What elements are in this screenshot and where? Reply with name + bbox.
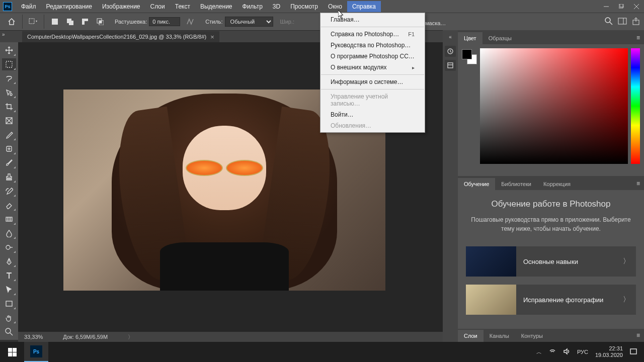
menu-3d[interactable]: 3D [268, 1, 285, 12]
tool-lasso[interactable] [2, 72, 16, 84]
tab-channels[interactable]: Каналы [484, 330, 515, 342]
doc-size-readout[interactable]: Док: 6,59M/6,59M [63, 334, 108, 340]
minimize-button[interactable] [599, 0, 614, 13]
tool-path-select[interactable] [2, 284, 16, 296]
tool-crop[interactable] [2, 101, 16, 113]
close-tab-icon[interactable]: × [210, 33, 214, 41]
subtract-selection-icon[interactable] [79, 16, 91, 27]
start-button[interactable] [0, 342, 24, 362]
dd-signin[interactable]: Войти… [320, 109, 425, 120]
dd-sysinfo[interactable]: Информация о системе… [320, 76, 425, 87]
menu-window[interactable]: Окно [323, 1, 347, 12]
card-thumb [466, 246, 516, 277]
tool-move[interactable] [2, 44, 16, 56]
menu-filter[interactable]: Фильтр [237, 1, 268, 12]
document-tab-title: ComputerDesktopWallpapersCollection2166_… [27, 34, 206, 40]
tool-shape[interactable] [2, 298, 16, 310]
tool-pen[interactable] [2, 255, 16, 267]
svg-rect-19 [6, 61, 12, 67]
tool-gradient[interactable] [2, 213, 16, 225]
tab-libraries[interactable]: Библиотеки [495, 178, 537, 190]
share-icon[interactable] [632, 17, 640, 27]
antialias-icon[interactable] [185, 16, 196, 27]
menu-select[interactable]: Выделение [195, 1, 237, 12]
dd-ps-help[interactable]: Справка по Photoshop…F1 [320, 29, 425, 40]
panel-menu-icon[interactable]: ≡ [632, 177, 644, 190]
feather-input[interactable] [149, 17, 180, 26]
menu-file[interactable]: Файл [16, 1, 41, 12]
expand-tabs-icon[interactable]: » [2, 32, 5, 37]
help-dropdown: Главная… Справка по Photoshop…F1 Руковод… [320, 13, 425, 133]
add-selection-icon[interactable] [64, 16, 75, 27]
svg-rect-6 [52, 19, 58, 25]
style-select[interactable]: Обычный [225, 17, 273, 27]
status-chevron-icon[interactable]: 〉 [128, 333, 133, 341]
tool-history-brush[interactable] [2, 185, 16, 197]
mask-label-peek: маска… [425, 20, 446, 26]
tool-hand[interactable] [2, 312, 16, 324]
properties-panel-icon[interactable] [445, 60, 456, 71]
svg-rect-8 [69, 21, 73, 25]
home-icon[interactable] [6, 16, 17, 27]
tool-eraser[interactable] [2, 199, 16, 211]
tool-marquee[interactable] [2, 58, 16, 70]
menu-layers[interactable]: Слои [145, 1, 170, 12]
expand-panels-icon[interactable]: « [449, 34, 452, 40]
notifications-icon[interactable] [630, 348, 637, 356]
panel-menu-icon[interactable]: ≡ [632, 329, 644, 342]
language-indicator[interactable]: РУС [577, 349, 588, 355]
tool-quick-select[interactable] [2, 86, 16, 99]
card-label: Исправление фотографии [523, 296, 616, 304]
color-spectrum[interactable] [480, 48, 628, 164]
intersect-selection-icon[interactable] [95, 16, 106, 27]
tool-eyedropper[interactable] [2, 129, 16, 141]
new-selection-icon[interactable] [49, 16, 60, 27]
menu-help[interactable]: Справка [347, 1, 381, 12]
tab-layers[interactable]: Слои [458, 330, 484, 342]
tool-stamp[interactable] [2, 171, 16, 183]
tab-adjustments[interactable]: Коррекция [537, 178, 577, 190]
tool-zoom[interactable] [2, 326, 16, 338]
style-label: Стиль: [205, 19, 222, 25]
tool-type[interactable] [2, 269, 16, 282]
tool-dodge[interactable] [2, 241, 16, 253]
document-tab[interactable]: ComputerDesktopWallpapersCollection2166_… [22, 31, 219, 42]
taskbar-photoshop[interactable]: Ps [24, 342, 48, 362]
svg-rect-13 [99, 21, 102, 23]
tray-chevron-icon[interactable]: ︿ [536, 348, 542, 356]
history-panel-icon[interactable] [445, 46, 456, 57]
svg-rect-33 [6, 301, 12, 306]
tab-learn[interactable]: Обучение [458, 178, 495, 190]
learn-card-basics[interactable]: Основные навыки 〉 [466, 246, 636, 277]
tray-clock[interactable]: 22:31 19.03.2020 [595, 345, 623, 358]
maximize-button[interactable] [614, 0, 629, 13]
volume-icon[interactable] [563, 348, 570, 356]
tool-blur[interactable] [2, 227, 16, 239]
tool-preset-dropdown[interactable] [28, 16, 39, 27]
wifi-icon[interactable] [549, 348, 556, 356]
menu-edit[interactable]: Редактирование [41, 1, 97, 12]
menu-image[interactable]: Изображение [97, 1, 145, 12]
foreground-swatch[interactable] [462, 49, 472, 59]
svg-point-14 [605, 18, 610, 23]
menu-view[interactable]: Просмотр [285, 1, 323, 12]
dd-tutorials[interactable]: Руководства по Photoshop… [320, 40, 425, 51]
workspace-icon[interactable] [618, 18, 627, 26]
learn-card-retouch[interactable]: Исправление фотографии 〉 [466, 285, 636, 315]
close-button[interactable] [629, 0, 644, 13]
hue-slider[interactable] [631, 48, 640, 164]
tab-color[interactable]: Цвет [458, 32, 482, 44]
search-icon[interactable] [605, 17, 613, 27]
fg-bg-swatches[interactable] [462, 49, 477, 64]
tool-brush[interactable] [2, 157, 16, 169]
dd-home[interactable]: Главная… [320, 14, 425, 25]
zoom-readout[interactable]: 33,33% [24, 334, 43, 340]
dd-about[interactable]: О программе Photoshop CC… [320, 51, 425, 62]
tab-swatches[interactable]: Образцы [482, 32, 518, 44]
dd-plugins[interactable]: О внешних модулях▸ [320, 62, 425, 73]
tool-heal[interactable] [2, 143, 16, 155]
tool-frame[interactable] [2, 115, 16, 127]
tab-paths[interactable]: Контуры [515, 330, 549, 342]
menu-text[interactable]: Текст [170, 1, 195, 12]
panel-menu-icon[interactable]: ≡ [632, 31, 644, 44]
